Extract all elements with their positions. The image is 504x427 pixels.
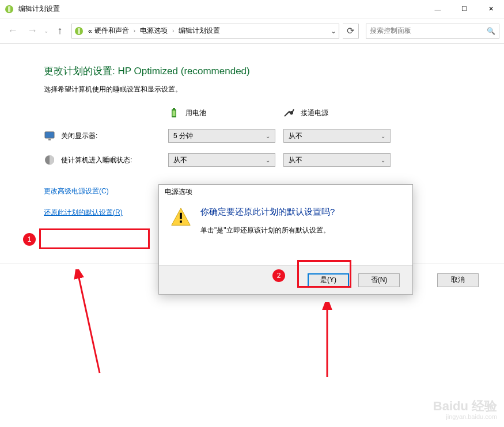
chevron-down-icon: ⌄	[266, 157, 270, 163]
sleep-icon	[44, 154, 55, 166]
close-button[interactable]: ✕	[478, 0, 504, 18]
app-icon	[5, 5, 14, 14]
window-controls: — ☐ ✕	[425, 0, 504, 18]
svg-rect-3	[78, 28, 80, 34]
minimize-button[interactable]: —	[425, 0, 451, 18]
watermark: Baidu 经验 jingyan.baidu.com	[433, 399, 497, 420]
up-button[interactable]: ↑	[52, 23, 68, 39]
col-plugged: 接通电源	[283, 107, 391, 119]
search-box[interactable]: 搜索控制面板 🔍	[366, 24, 499, 39]
svg-point-7	[290, 111, 293, 115]
address-bar[interactable]: « 硬件和声音 › 电源选项 › 编辑计划设置 ⌄	[71, 24, 339, 39]
dialog-yes-button[interactable]: 是(Y)	[308, 273, 349, 287]
watermark-url: jingyan.baidu.com	[433, 413, 497, 420]
address-icon	[74, 26, 84, 36]
row-sleep: 使计算机进入睡眠状态:	[44, 154, 160, 166]
chevron-down-icon: ⌄	[381, 133, 385, 139]
page-subtitle: 选择希望计算机使用的睡眠设置和显示设置。	[44, 85, 504, 94]
dialog-sub-text: 单击"是"立即还原该计划的所有默认设置。	[200, 226, 335, 235]
confirm-dialog: 电源选项 你确定要还原此计划的默认设置吗? 单击"是"立即还原该计划的所有默认设…	[158, 184, 413, 295]
annotation-box-1	[39, 228, 150, 249]
col-battery: 用电池	[168, 107, 275, 119]
crumb-pre: «	[87, 27, 93, 35]
annotation-arrow-2	[316, 302, 339, 383]
history-dropdown[interactable]: ⌄	[44, 28, 48, 34]
row-display: 关闭显示器:	[44, 130, 160, 142]
col-battery-label: 用电池	[185, 108, 206, 118]
svg-rect-12	[180, 213, 182, 219]
refresh-button[interactable]: ⟳	[343, 24, 359, 39]
monitor-icon	[44, 130, 55, 142]
maximize-button[interactable]: ☐	[451, 0, 478, 18]
dialog-no-button[interactable]: 否(N)	[358, 273, 400, 287]
row-display-label: 关闭显示器:	[61, 131, 97, 141]
chevron-down-icon: ⌄	[266, 133, 270, 139]
svg-rect-6	[173, 110, 176, 116]
chevron-down-icon: ⌄	[381, 157, 385, 163]
col-plugged-label: 接通电源	[301, 108, 328, 118]
page-title: 更改计划的设置: HP Optimized (recommended)	[44, 64, 504, 78]
svg-rect-13	[180, 220, 182, 223]
back-button[interactable]: ←	[5, 23, 21, 39]
cancel-button[interactable]: 取消	[437, 273, 479, 287]
forward-button[interactable]: →	[24, 23, 40, 39]
power-grid: 用电池 接通电源 关闭显示器: 5 分钟 ⌄ 从不 ⌄ 使计算机进入睡眠状态: …	[44, 107, 504, 167]
display-plugged-value: 从不	[289, 131, 302, 141]
annotation-marker-1: 1	[23, 233, 36, 246]
display-plugged-dropdown[interactable]: 从不 ⌄	[283, 129, 391, 143]
svg-rect-9	[48, 139, 51, 140]
svg-rect-5	[173, 108, 175, 110]
crumb-a[interactable]: 硬件和声音	[93, 26, 130, 36]
warning-icon	[170, 207, 191, 227]
plug-icon	[283, 107, 295, 119]
sleep-plugged-value: 从不	[289, 155, 302, 165]
dialog-main-text: 你确定要还原此计划的默认设置吗?	[200, 207, 335, 218]
svg-rect-1	[8, 6, 10, 12]
crumb-sep: ›	[169, 28, 177, 34]
sleep-battery-value: 从不	[173, 155, 187, 165]
sleep-battery-dropdown[interactable]: 从不 ⌄	[168, 153, 275, 167]
sleep-plugged-dropdown[interactable]: 从不 ⌄	[283, 153, 391, 167]
annotation-marker-2: 2	[272, 269, 285, 282]
search-placeholder: 搜索控制面板	[370, 26, 411, 36]
titlebar: 编辑计划设置 — ☐ ✕	[0, 0, 504, 18]
svg-rect-8	[45, 132, 54, 138]
dialog-body: 你确定要还原此计划的默认设置吗? 单击"是"立即还原该计划的所有默认设置。	[159, 199, 412, 240]
display-battery-dropdown[interactable]: 5 分钟 ⌄	[168, 129, 275, 143]
dialog-title: 电源选项	[159, 185, 412, 199]
crumb-c[interactable]: 编辑计划设置	[177, 26, 221, 36]
watermark-brand: Baidu 经验	[433, 399, 497, 413]
window-title: 编辑计划设置	[18, 4, 425, 14]
search-icon[interactable]: 🔍	[487, 27, 495, 35]
crumb-b[interactable]: 电源选项	[139, 26, 169, 36]
addr-caret[interactable]: ⌄	[331, 27, 336, 35]
display-battery-value: 5 分钟	[173, 131, 193, 141]
battery-icon	[168, 107, 180, 119]
row-sleep-label: 使计算机进入睡眠状态:	[61, 155, 132, 165]
dialog-footer: 是(Y) 否(N)	[159, 265, 412, 294]
crumb-sep: ›	[130, 28, 139, 34]
nav-row: ← → ⌄ ↑ « 硬件和声音 › 电源选项 › 编辑计划设置 ⌄ ⟳ 搜索控制…	[0, 18, 504, 44]
